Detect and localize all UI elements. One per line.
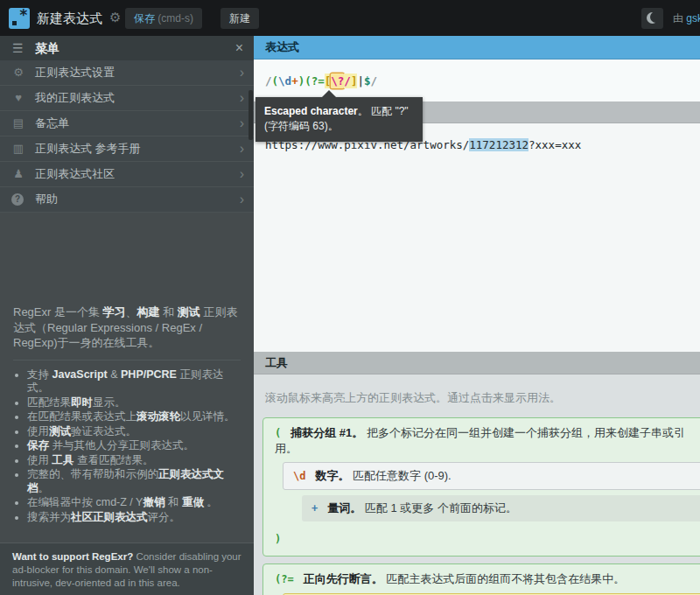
heart-icon: ♥ xyxy=(11,86,25,110)
menu-header: ☰ 菜单 × xyxy=(0,36,254,60)
token-lookahead: (?= xyxy=(275,573,294,585)
sidebar-scrollbar[interactable] xyxy=(248,90,253,140)
match-highlight[interactable]: 117212312 xyxy=(469,138,528,151)
explain-block-capture-group[interactable]: (捕获分组 #1。 把多个标记分在同一组并创建一个捕获分组，用来创建子串或引用。… xyxy=(262,417,700,556)
sidebar-item-label: 备忘单 xyxy=(35,116,69,130)
explain-sub-digit[interactable]: \d数字。 匹配任意数字 (0-9). xyxy=(283,462,700,490)
feature-list: 支持 JavaScript & PHP/PCRE 正则表达式。 匹配结果即时显示… xyxy=(13,368,241,525)
feature-item: 匹配结果即时显示。 xyxy=(27,396,241,410)
token-tooltip: Escaped character。 匹配 "?" (字符编码 63)。 xyxy=(256,97,423,142)
expression-title[interactable]: 新建表达式 xyxy=(37,10,102,27)
token-quantifier: + xyxy=(312,502,318,514)
feature-item: 支持 JavaScript & PHP/PCRE 正则表达式。 xyxy=(27,368,241,396)
feature-item: 保存 并与其他人分享正则表达式。 xyxy=(27,439,241,453)
save-button[interactable]: 保存 (cmd-s) xyxy=(125,8,202,29)
sidebar-item-label: 正则表达式 参考手册 xyxy=(35,142,141,155)
sidebar-description: RegExr 是一个集 学习、构建 和 测试 正则表达式（Regular Exp… xyxy=(13,304,241,525)
title-gear-icon[interactable]: ⚙ xyxy=(109,10,121,25)
chevron-right-icon: › xyxy=(240,111,244,136)
dark-mode-toggle[interactable] xyxy=(641,8,663,29)
token-digit: \d xyxy=(293,470,305,482)
expression-input[interactable]: /(\d+)(?=[\?/]|$/ xyxy=(254,60,700,102)
help-icon: ? xyxy=(11,193,24,206)
new-button-label: 新建 xyxy=(229,12,250,24)
sidebar-item-reference[interactable]: ▥ 正则表达式 参考手册 › xyxy=(0,136,254,162)
top-bar: * 新建表达式 ⚙ 保存 (cmd-s) 新建 由 gskinner xyxy=(0,0,700,36)
tools-header-label: 工具 xyxy=(265,356,288,369)
cheatsheet-icon: ▤ xyxy=(11,111,25,136)
sidebar-item-label: 正则表达式设置 xyxy=(35,66,115,79)
explain-row-group-open[interactable]: (捕获分组 #1。 把多个标记分在同一组并创建一个捕获分组，用来创建子串或引用。 xyxy=(263,421,700,460)
sidebar-item-cheatsheet[interactable]: ▤ 备忘单 › xyxy=(0,111,254,136)
feature-item: 完整的、带有帮助和示例的正则表达式文档。 xyxy=(27,468,241,495)
chevron-right-icon: › xyxy=(240,162,244,186)
tools-hint: 滚动鼠标来高亮上方的正则表达式。通过点击来显示用法。 xyxy=(254,374,700,417)
divider xyxy=(13,360,241,360)
explain-row-lookahead[interactable]: (?=正向先行断言。 匹配主表达式后面的组而不将其包含在结果中。 xyxy=(263,567,700,592)
save-button-label: 保存 xyxy=(134,12,155,24)
sidebar-item-label: 帮助 xyxy=(35,192,58,206)
moon-icon xyxy=(647,12,658,24)
gskinner-link[interactable]: gskinner xyxy=(686,12,700,24)
ad-notice: Want to support RegExr? Consider disabli… xyxy=(0,542,254,595)
regexr-app: * 新建表达式 ⚙ 保存 (cmd-s) 新建 由 gskinner ☰ 菜单 … xyxy=(0,0,700,595)
expression-header: 表达式 xyxy=(254,36,700,60)
menu-title: 菜单 xyxy=(35,41,60,55)
tools-header: 工具 xyxy=(254,352,700,374)
save-shortcut-hint: (cmd-s) xyxy=(155,12,193,24)
new-button[interactable]: 新建 xyxy=(220,8,259,29)
chevron-right-icon: › xyxy=(240,136,244,161)
feature-item: 使用测试验证表达式。 xyxy=(27,425,241,439)
sidebar-item-settings[interactable]: ⚙ 正则表达式设置 › xyxy=(0,60,254,86)
sidebar-item-label: 正则表达式社区 xyxy=(35,167,115,180)
token-group-close: ) xyxy=(275,533,281,545)
intro-paragraph: RegExr 是一个集 学习、构建 和 测试 正则表达式（Regular Exp… xyxy=(13,304,241,351)
token-group-open: ( xyxy=(275,427,281,439)
sidebar-item-label: 我的正则表达式 xyxy=(35,91,115,104)
feature-item: 在匹配结果或表达式上滚动滚轮以见详情。 xyxy=(27,410,241,424)
community-icon: ♟ xyxy=(11,162,25,186)
logo-asterisk-icon: * xyxy=(19,6,28,24)
sidebar: ☰ 菜单 × ⚙ 正则表达式设置 › ♥ 我的正则表达式 › ▤ 备忘单 › ▥… xyxy=(0,36,254,595)
chevron-right-icon: › xyxy=(240,60,244,85)
explain-sub-quantifier[interactable]: +量词。 匹配 1 或更多 个前面的标记。 xyxy=(302,495,700,522)
sidebar-item-my-patterns[interactable]: ♥ 我的正则表达式 › xyxy=(0,86,254,111)
menu-list-icon: ☰ xyxy=(12,36,24,60)
feature-item: 在编辑器中按 cmd-Z / Y撤销 和 重做 。 xyxy=(27,496,241,510)
feature-item: 搜索并为社区正则表达式评分。 xyxy=(27,511,241,525)
explain-row-group-close[interactable]: ) xyxy=(263,527,700,551)
gear-icon: ⚙ xyxy=(11,60,25,85)
logo-dot xyxy=(12,21,17,25)
credit-text: 由 gskinner xyxy=(673,11,700,26)
close-icon[interactable]: × xyxy=(235,36,243,60)
expression-header-label: 表达式 xyxy=(265,40,299,53)
main-panel: 表达式 /(\d+)(?=[\?/]|$/ https://www.pixiv.… xyxy=(254,36,700,595)
explain-block-lookahead[interactable]: (?=正向先行断言。 匹配主表达式后面的组而不将其包含在结果中。 [字符集。 匹… xyxy=(262,564,700,595)
sidebar-item-community[interactable]: ♟ 正则表达式社区 › xyxy=(0,162,254,187)
chevron-right-icon: › xyxy=(240,187,244,212)
sidebar-item-help[interactable]: ? 帮助 › xyxy=(0,187,254,213)
regexr-logo[interactable]: * xyxy=(9,8,30,29)
reference-book-icon: ▥ xyxy=(11,136,25,161)
feature-item: 使用 工具 查看匹配结果。 xyxy=(27,454,241,468)
test-text-area[interactable]: https://www.pixiv.net/artworks/117212312… xyxy=(254,123,700,352)
chevron-right-icon: › xyxy=(240,86,244,110)
tools-body: 滚动鼠标来高亮上方的正则表达式。通过点击来显示用法。 (捕获分组 #1。 把多个… xyxy=(254,374,700,595)
expression-value[interactable]: /(\d+)(?=[\?/]|$/ xyxy=(265,74,377,88)
